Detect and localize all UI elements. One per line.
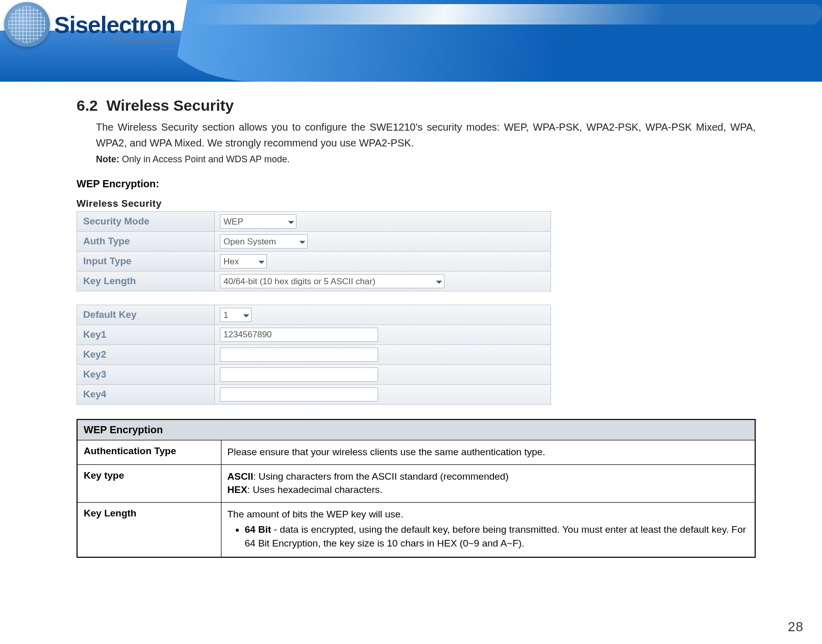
row-label-default-key: Default Key (77, 305, 215, 325)
row-label-key2: Key2 (77, 345, 215, 365)
row-label-key3: Key3 (77, 365, 215, 385)
section-title-text: Wireless Security (106, 97, 234, 114)
auth-type-select[interactable]: Open System (220, 234, 308, 249)
desc-keylen-64bit-t: - data is encrypted, using the default k… (245, 524, 746, 549)
row-label-auth-type: Auth Type (77, 232, 215, 252)
section-number: 6.2 (77, 97, 98, 114)
wep-description-table: WEP Encryption Authentication Type Pleas… (77, 419, 756, 558)
brand-name: Siselectron (54, 11, 175, 39)
config-table-1: Security Mode WEP Auth Type Open System … (77, 211, 551, 291)
desc-auth-label: Authentication Type (77, 440, 221, 465)
desc-keylen-label: Key Length (77, 502, 221, 557)
key1-input[interactable] (220, 328, 378, 342)
page-number: 28 (788, 619, 804, 635)
key4-input[interactable] (220, 387, 378, 402)
desc-header: WEP Encryption (77, 419, 755, 440)
banner-swoosh (153, 0, 822, 82)
wireless-security-form: Wireless Security Security Mode WEP Auth… (77, 198, 551, 405)
row-label-security-mode: Security Mode (77, 212, 215, 232)
key3-input[interactable] (220, 367, 378, 382)
config-table-2: Default Key 1 Key1 Key2 Key3 Key4 (77, 305, 551, 405)
form-panel-title: Wireless Security (77, 198, 551, 209)
section-note: Note: Only in Access Point and WDS AP mo… (96, 154, 756, 165)
desc-keylen-64bit: 64 Bit - data is encrypted, using the de… (245, 523, 749, 550)
section-title: 6.2 Wireless Security (77, 97, 756, 114)
key-length-select[interactable]: 40/64-bit (10 hex digits or 5 ASCII char… (220, 274, 444, 288)
default-key-select[interactable]: 1 (220, 308, 252, 322)
row-label-key1: Key1 (77, 325, 215, 345)
desc-keytype-label: Key type (77, 464, 221, 502)
page-header-banner: Siselectron TECHNOLOGY ····· (0, 0, 822, 82)
desc-keylen-64bit-b: 64 Bit (245, 524, 271, 535)
desc-auth-text: Please ensure that your wireless clients… (221, 440, 755, 465)
key2-input[interactable] (220, 348, 378, 362)
row-label-input-type: Input Type (77, 252, 215, 271)
row-label-key-length: Key Length (77, 271, 215, 291)
desc-keylen-text: The amount of bits the WEP key will use.… (221, 502, 755, 557)
brand-logo-block: Siselectron TECHNOLOGY ····· (4, 2, 175, 52)
desc-keytype-hex-t: : Uses hexadecimal characters. (247, 484, 383, 495)
section-intro: The Wireless Security section allows you… (96, 119, 756, 151)
desc-keytype-text: ASCII: Using characters from the ASCII s… (221, 464, 755, 502)
note-label: Note: (96, 154, 119, 164)
brand-dots: ····· (54, 45, 175, 52)
desc-keytype-ascii-b: ASCII (228, 471, 254, 482)
desc-keylen-intro: The amount of bits the WEP key will use. (228, 509, 404, 519)
note-text: Only in Access Point and WDS AP mode. (119, 154, 290, 164)
desc-keytype-hex-b: HEX (228, 484, 247, 495)
security-mode-select[interactable]: WEP (220, 214, 296, 229)
wep-heading: WEP Encryption: (77, 178, 756, 190)
row-label-key4: Key4 (77, 385, 215, 405)
input-type-select[interactable]: Hex (220, 254, 267, 268)
globe-icon (4, 2, 50, 47)
desc-keytype-ascii-t: : Using characters from the ASCII standa… (253, 471, 509, 482)
